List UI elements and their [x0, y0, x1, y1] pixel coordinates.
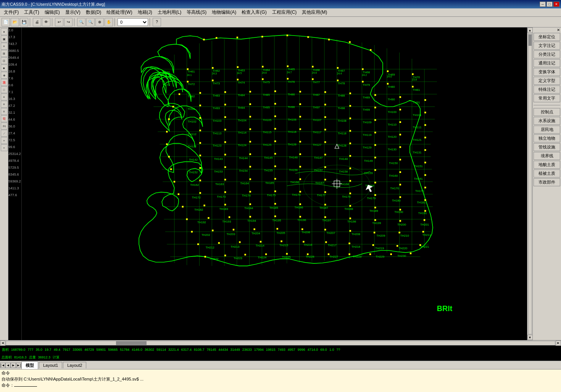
menu-item-等高线S[interactable]: 等高线(S)	[184, 8, 209, 16]
btn-coord-pos[interactable]: 坐标定位	[534, 33, 560, 41]
help-btn[interactable]: ?	[153, 18, 161, 26]
nav-last-btn[interactable]: ►|	[16, 363, 21, 368]
left-tool-arrow1[interactable]: »	[1, 137, 8, 144]
print-btn[interactable]: 🖨	[33, 18, 41, 26]
hscroll-track[interactable]	[6, 341, 555, 345]
menu-item-文件F[interactable]: 文件(F)	[2, 8, 21, 16]
menu-item-工具T[interactable]: 工具(T)	[22, 8, 41, 16]
svg-text:TH176: TH176	[292, 193, 301, 197]
left-tool-line[interactable]: ⟋	[1, 130, 8, 137]
hscroll-right-btn[interactable]: ►	[556, 340, 561, 346]
vscroll-thumb[interactable]	[529, 34, 532, 46]
nav-first-btn[interactable]: |◄	[0, 363, 5, 368]
btn-pipeline[interactable]: 管线设施	[534, 143, 560, 151]
svg-text:TH198: TH198	[347, 220, 356, 223]
btn-control-pt[interactable]: 控制点	[534, 108, 560, 116]
zoom-in-btn[interactable]: 🔍	[77, 18, 85, 26]
cmd-prompt[interactable]: 命令：	[2, 382, 559, 389]
horizontal-scrollbar[interactable]: ◄ ►	[0, 340, 561, 345]
svg-rect-114	[224, 141, 226, 143]
left-tool-1[interactable]: ♦	[1, 28, 8, 35]
left-tool-5[interactable]: ⊡	[1, 57, 8, 64]
vertical-scrollbar[interactable]: ▲ ▼	[527, 27, 532, 340]
left-tool-note[interactable]: 注	[1, 79, 8, 86]
btn-vegetation[interactable]: 植被土质	[534, 169, 560, 177]
redo-btn[interactable]: ↪	[64, 18, 73, 26]
menu-item-显示V[interactable]: 显示(V)	[63, 8, 83, 16]
left-tool-4[interactable]: ⊞	[1, 50, 8, 57]
left-tool-3[interactable]: ≡	[1, 43, 8, 50]
vscroll-down-btn[interactable]: ▼	[527, 335, 533, 340]
svg-text:TH109: TH109	[363, 121, 372, 124]
hscroll-thumb[interactable]	[116, 341, 147, 345]
left-tool-2[interactable]: ▣	[1, 35, 8, 42]
menu-item-地籍J[interactable]: 地籍(J)	[135, 8, 155, 16]
svg-text:TH156: TH156	[289, 168, 298, 172]
undo-btn[interactable]: ↩	[55, 18, 63, 26]
btn-water[interactable]: 水系设施	[534, 117, 560, 125]
right-panel-close-btn[interactable]: ✕	[533, 27, 561, 32]
menu-item-编辑E[interactable]: 编辑(E)	[42, 8, 62, 16]
left-tool-11[interactable]: ≡	[1, 101, 8, 108]
btn-common-note[interactable]: 通用注记	[534, 59, 560, 67]
nav-prev-btn[interactable]: ◄	[5, 363, 11, 368]
zoom-ext-btn[interactable]: ⊕	[95, 18, 104, 26]
menu-item-地物编辑A[interactable]: 地物编辑(A)	[210, 8, 239, 16]
new-btn[interactable]: 📄	[2, 18, 10, 26]
left-tool-91[interactable]: .91	[1, 123, 8, 129]
menu-item-检查入库G[interactable]: 检查入库(G)	[239, 8, 269, 16]
left-tool-6[interactable]: ■	[1, 65, 8, 71]
btn-text-note[interactable]: 文字注记	[534, 42, 560, 50]
menu-item-数据D[interactable]: 数据(D)	[84, 8, 104, 16]
btn-special-note[interactable]: 特殊注记	[534, 85, 560, 94]
pan-btn[interactable]: ✋	[105, 18, 113, 26]
layer-select[interactable]: 0	[118, 18, 148, 26]
sep1	[30, 18, 31, 26]
left-tool-9[interactable]: □	[1, 86, 8, 93]
vscroll-up-btn[interactable]: ▲	[527, 27, 533, 33]
svg-text:TH143: TH143	[214, 157, 223, 161]
btn-define-font[interactable]: 定义字型	[534, 77, 560, 85]
btn-terrain[interactable]: 地貌土质	[534, 161, 560, 169]
btn-independent[interactable]: 独立地物	[534, 134, 560, 142]
open-btn[interactable]: 📂	[11, 18, 19, 26]
menu-item-土地利用L[interactable]: 土地利用(L)	[155, 8, 184, 16]
svg-rect-107	[324, 129, 326, 130]
left-tool-arrow2[interactable]: »	[1, 144, 8, 151]
toolbar: 📄 📂 💾 🖨 👁 ↩ ↪ 🔍 🔍 ⊕ ✋ 0 ?	[0, 17, 561, 27]
svg-text:TH121: TH121	[413, 138, 422, 142]
btn-municipal[interactable]: 市政部件	[534, 178, 560, 186]
menu-item-其他应用M[interactable]: 其他应用(M)	[300, 8, 329, 16]
left-tool-gou[interactable]: 苟	[1, 115, 8, 122]
save-btn[interactable]: 💾	[20, 18, 28, 26]
btn-common-text[interactable]: 常用文字	[534, 94, 560, 102]
hscroll-left-btn[interactable]: ◄	[0, 340, 5, 346]
nav-next-btn[interactable]: ►	[11, 363, 16, 368]
svg-rect-201	[218, 242, 220, 244]
preview-btn[interactable]: 👁	[42, 18, 50, 26]
minimize-btn[interactable]: ─	[540, 2, 546, 7]
tab-layout2[interactable]: Layout2	[63, 362, 86, 368]
btn-change-font[interactable]: 变换字体	[534, 68, 560, 76]
vscroll-track[interactable]	[528, 33, 532, 334]
btn-category-note[interactable]: 分类注记	[534, 50, 560, 58]
sep2	[52, 18, 53, 26]
menu-item-工程应用C[interactable]: 工程应用(C)	[270, 8, 299, 16]
btn-residential[interactable]: 居民地	[534, 126, 560, 134]
left-tool-7[interactable]: ◈	[1, 72, 8, 79]
svg-rect-116	[274, 140, 276, 142]
tab-model[interactable]: 模型	[21, 361, 38, 369]
restore-btn[interactable]: □	[546, 2, 553, 7]
svg-text:TH182: TH182	[194, 208, 203, 211]
zoom-out-btn[interactable]: 🔍	[86, 18, 95, 26]
menu-item-绘图处理W[interactable]: 绘图处理(W)	[104, 8, 134, 16]
left-tool-10[interactable]: ≡	[1, 94, 8, 100]
svg-rect-47	[370, 49, 371, 51]
btn-boundary[interactable]: 境界线	[534, 152, 560, 160]
svg-text:TH213: TH213	[231, 245, 239, 248]
tab-nav-bar: |◄ ◄ ► ►| 模型 Layout1 Layout2	[0, 361, 561, 369]
left-tool-12[interactable]: ≡	[1, 108, 8, 115]
drawing-canvas[interactable]: TH60 TH61 TH62 TH63 TH64 TH65 TH66 TH67 …	[22, 27, 527, 340]
tab-layout1[interactable]: Layout1	[39, 362, 62, 368]
close-btn[interactable]: ✕	[553, 2, 559, 7]
